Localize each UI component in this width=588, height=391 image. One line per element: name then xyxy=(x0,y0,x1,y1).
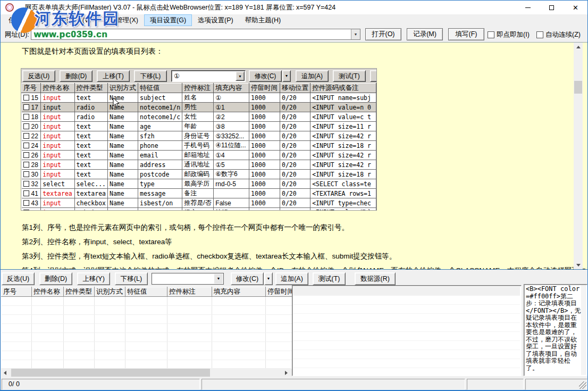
help-text-panel[interactable]: <B><FONT color=#ff00ff>第二步：记录填表项目</FONT>… xyxy=(524,284,587,376)
help-text: <B><FONT color=#ff00ff>第二步：记录填表项目</FONT>… xyxy=(526,286,581,372)
item-combobox[interactable]: ▼ xyxy=(152,273,224,285)
project-table-header-cell[interactable]: 控件类型 xyxy=(64,287,95,297)
browser-content: 下图就是针对本页面设置的填表项目列表： 反选(U) 删除(D) 上移(T) 下移… xyxy=(1,42,588,270)
project-table-header-cell[interactable]: 序号 xyxy=(2,287,32,297)
row-checkbox-icon xyxy=(23,190,29,196)
menu-item[interactable]: 帮助主题(H) xyxy=(239,14,287,26)
project-table-header-cell[interactable]: 识别方式 xyxy=(95,287,125,297)
table-header-cell: 填充内容 xyxy=(214,84,249,93)
minimize-icon xyxy=(525,7,531,8)
table-header-cell: 控件源码或备注 xyxy=(310,84,376,93)
toolbar-button[interactable]: 反选(U) xyxy=(2,272,35,285)
minimize-button[interactable] xyxy=(516,1,540,14)
app-icon xyxy=(5,3,14,12)
status-panel xyxy=(467,379,524,390)
append-button[interactable]: 追加(A) xyxy=(275,272,308,285)
scroll-up-arrow[interactable] xyxy=(574,43,583,52)
content-scrollbar[interactable] xyxy=(574,43,583,270)
inner-modify-button: 修改(C) xyxy=(249,70,282,82)
empty-row xyxy=(2,306,296,315)
row-checkbox-icon xyxy=(23,123,29,129)
table-row: 28 input text Name address 通讯地址 ①5 1000 … xyxy=(22,160,376,170)
inner-modify-dropdown: ▼ xyxy=(282,70,291,82)
row-checkbox-icon xyxy=(23,133,29,139)
modify-button[interactable]: 修改(C) xyxy=(231,272,264,285)
close-icon: ✕ xyxy=(573,4,578,11)
menu-item[interactable]: 选项设置(P) xyxy=(192,14,239,26)
hscrollbar-thumb[interactable] xyxy=(11,369,210,377)
help-paragraph: 第2列、控件名称，有input、select、textarea等 xyxy=(22,238,172,246)
project-table-hscrollbar[interactable] xyxy=(1,368,291,377)
table-row: 30 input text Name postcode 邮政编码 ⑥数字6 10… xyxy=(22,170,376,179)
test-button[interactable]: 测试(T) xyxy=(313,272,346,285)
resize-grip[interactable] xyxy=(579,381,586,389)
row-checkbox-icon xyxy=(23,162,29,168)
inner-toolbar-button: 上移(T) xyxy=(97,70,130,82)
help-paragraph: 第1列、序号，也是控件元素在网页中的索引，或句柄，每个控件在一个网页中都有一个唯… xyxy=(22,223,349,232)
empty-row xyxy=(2,333,296,342)
project-table-header-cell[interactable]: 填充内容 xyxy=(212,287,266,297)
table-header-row: 序号控件名称控件类型识别方式特征值控件标注填充内容停留时间移动位置控件源码或备注 xyxy=(22,84,376,93)
project-table-header-row: 序号控件名称控件类型识别方式特征值控件标注填充内容停留时间 xyxy=(2,287,296,297)
auto-continue-checkbox[interactable]: 自动连续(Z) xyxy=(536,30,581,39)
menu-item[interactable]: 项目设置(G) xyxy=(144,14,192,26)
inner-item-combobox: ① ▼ xyxy=(171,70,246,82)
toolbar-button[interactable]: 下移(L) xyxy=(115,272,148,285)
row-checkbox-icon xyxy=(23,95,29,101)
watermark-url: www.pc0359.cn xyxy=(34,29,108,40)
inner-partial-button xyxy=(370,70,377,82)
modify-dropdown-button[interactable]: ▼ xyxy=(264,272,273,285)
combo-dropdown-button[interactable]: ▼ xyxy=(214,274,223,284)
empty-row xyxy=(2,315,296,324)
url-dropdown-button[interactable]: ▼ xyxy=(351,29,360,39)
table-row: 17 input radio Name notecome1/n 男性 ①1 10… xyxy=(22,103,376,112)
row-checkbox-icon xyxy=(23,171,29,177)
maximize-button[interactable] xyxy=(540,1,564,14)
project-toolbar: 反选(U)删除(D)上移(Y)下移(L) ▼ 修改(C) ▼ 追加(A) 测试(… xyxy=(1,271,588,287)
project-table-header-cell[interactable]: 控件名称 xyxy=(32,287,64,297)
row-checkbox-icon xyxy=(23,143,29,148)
scrollbar-thumb[interactable] xyxy=(574,81,582,94)
mouse-cursor xyxy=(113,97,120,108)
help-paragraph: 第4列、识别方式，识别网页中这个控件的方式，有的网页中编辑者会给控件一个ID，有… xyxy=(22,267,588,270)
table-row: 24 input text Name phone 手机号码 ④11位随... 1… xyxy=(22,141,376,151)
table-header-cell: 识别方式 xyxy=(107,84,138,93)
checkbox-label: 即点即加(I) xyxy=(497,30,530,39)
toolbar-button[interactable]: 上移(Y) xyxy=(77,272,110,285)
empty-row xyxy=(2,360,296,369)
inner-toolbar-button: 下移(L) xyxy=(134,70,167,82)
scroll-right-arrow[interactable] xyxy=(282,368,291,377)
table-row: 43 input checkbox Name isbest/on 推荐是/否 F… xyxy=(22,198,376,208)
scroll-down-arrow[interactable] xyxy=(574,261,583,270)
status-bar: 0/ 0 xyxy=(1,378,588,390)
project-table-header-cell[interactable]: 特征值 xyxy=(125,287,167,297)
inner-combo-dropdown: ▼ xyxy=(236,71,245,81)
toolbar-button[interactable]: 删除(D) xyxy=(39,272,72,285)
table-row: 20 input text Name age 年龄 ③8 1000 0/20 <… xyxy=(22,122,376,131)
url-input[interactable]: www.pc0359.cn ▼ xyxy=(31,29,360,40)
record-button[interactable]: 记录(M) xyxy=(407,28,443,40)
project-table-header-cell[interactable]: 停留时间 xyxy=(266,287,296,297)
table-header-cell: 控件类型 xyxy=(74,84,107,93)
fill-button[interactable]: 填写(F) xyxy=(448,28,484,40)
table-row: 26 input text Name email 邮箱地址 ①4 1000 0/… xyxy=(22,151,376,160)
maximize-icon xyxy=(549,5,554,10)
row-checkbox-icon xyxy=(23,181,29,187)
table-header-cell: 控件标注 xyxy=(182,84,214,93)
table-row: 18 input radio Name notecome1/c 女性 ②2 10… xyxy=(22,112,376,122)
open-button[interactable]: 打开(O) xyxy=(365,28,401,40)
form-items-table: 序号控件名称控件类型识别方式特征值控件标注填充内容停留时间移动位置控件源码或备注… xyxy=(21,83,376,211)
scroll-left-arrow[interactable] xyxy=(1,368,10,377)
table-row: 41 textarea textarea Name message 备注 100… xyxy=(22,189,376,198)
table-header-cell: 移动位置 xyxy=(280,84,310,93)
help-panel-scrollbar[interactable] xyxy=(581,285,586,375)
row-checkbox-icon xyxy=(23,114,29,120)
project-table-header-cell[interactable]: 控件标注 xyxy=(167,287,212,297)
table-header-cell: 停留时间 xyxy=(249,84,280,93)
empty-row xyxy=(2,342,296,351)
click-to-add-checkbox[interactable]: 即点即加(I) xyxy=(488,30,530,39)
datasource-button[interactable]: 数据源(R) xyxy=(355,272,396,285)
watermark-site-name: 河东软件园 xyxy=(35,8,120,30)
log-list-panel[interactable] xyxy=(292,285,522,376)
close-button[interactable]: ✕ xyxy=(564,1,587,14)
